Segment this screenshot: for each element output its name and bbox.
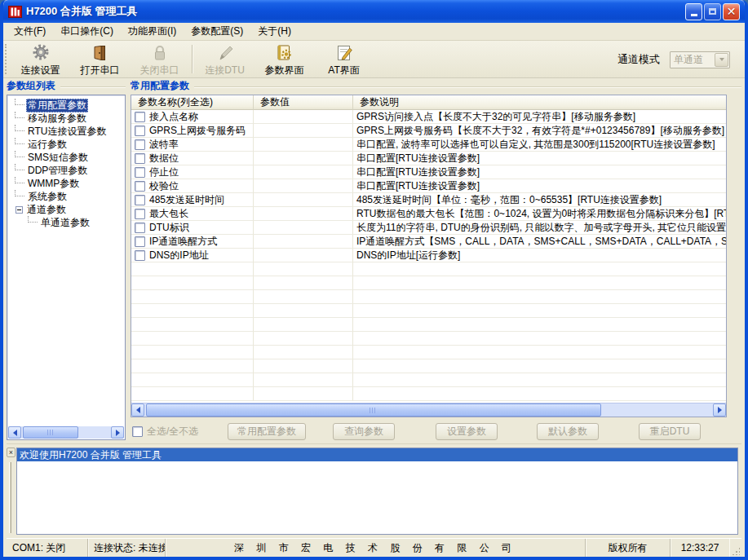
param-name-cell[interactable]: DTU标识 bbox=[131, 221, 254, 235]
tree-horizontal-scrollbar[interactable] bbox=[8, 426, 124, 439]
sidebar-item-2[interactable]: 移动服务参数 bbox=[11, 112, 125, 125]
toolbar-button-6[interactable]: AT界面 bbox=[314, 41, 374, 77]
param-name-cell[interactable] bbox=[131, 304, 254, 318]
param-value-cell[interactable] bbox=[254, 138, 353, 152]
row-checkbox[interactable] bbox=[135, 167, 145, 178]
param-value-cell[interactable] bbox=[254, 207, 353, 221]
row-checkbox[interactable] bbox=[135, 223, 145, 233]
param-value-cell[interactable] bbox=[254, 221, 353, 235]
collapse-minus-icon[interactable] bbox=[15, 206, 23, 214]
sidebar-item-7[interactable]: WMMP参数 bbox=[11, 177, 125, 190]
param-name-cell[interactable] bbox=[131, 387, 254, 401]
column-header-desc[interactable]: 参数说明 bbox=[353, 95, 726, 110]
param-name-cell[interactable] bbox=[131, 318, 254, 332]
column-header-value[interactable]: 参数值 bbox=[254, 95, 353, 110]
toolbar-button-5[interactable]: 参数界面 bbox=[254, 41, 314, 77]
param-value-cell[interactable] bbox=[254, 179, 353, 193]
param-name-cell[interactable] bbox=[131, 332, 254, 346]
param-name-cell[interactable]: 最大包长 bbox=[131, 207, 254, 221]
row-checkbox[interactable] bbox=[135, 236, 145, 247]
action-button-5[interactable]: 重启DTU bbox=[639, 423, 701, 440]
param-value-cell[interactable] bbox=[254, 304, 353, 318]
sidebar-item-9[interactable]: 通道参数 bbox=[11, 203, 125, 216]
resize-grip[interactable] bbox=[729, 539, 741, 557]
param-value-cell[interactable] bbox=[254, 249, 353, 262]
sidebar-item-8[interactable]: 系统参数 bbox=[11, 190, 125, 203]
row-checkbox[interactable] bbox=[135, 139, 145, 150]
row-checkbox[interactable] bbox=[135, 126, 145, 136]
scroll-left-icon[interactable] bbox=[131, 403, 144, 417]
sidebar-item-3[interactable]: RTU连接设置参数 bbox=[11, 125, 125, 138]
param-value-cell[interactable] bbox=[254, 262, 353, 276]
param-desc: 长度为11的字符串, DTU的身份识别码, 只能以数字、加号或字母开头, 其它位… bbox=[356, 221, 726, 235]
menu-item-4[interactable]: 关于(H) bbox=[250, 22, 299, 41]
param-value-cell[interactable] bbox=[254, 290, 353, 304]
param-name: 校验位 bbox=[149, 179, 179, 193]
scroll-right-icon[interactable] bbox=[713, 403, 726, 417]
menu-item-1[interactable]: 串口操作(C) bbox=[53, 22, 121, 41]
menu-item-2[interactable]: 功能界面(I) bbox=[121, 22, 184, 41]
param-name-cell[interactable] bbox=[131, 373, 254, 387]
menu-item-0[interactable]: 文件(F) bbox=[7, 22, 53, 41]
action-button-3[interactable]: 设置参数 bbox=[436, 423, 498, 440]
param-name-cell[interactable] bbox=[131, 359, 254, 373]
menu-item-3[interactable]: 参数配置(S) bbox=[184, 22, 250, 41]
row-checkbox[interactable] bbox=[135, 209, 145, 219]
row-checkbox[interactable] bbox=[135, 181, 145, 192]
row-checkbox[interactable] bbox=[135, 250, 145, 261]
param-value-cell[interactable] bbox=[254, 346, 353, 359]
param-value-cell[interactable] bbox=[254, 235, 353, 249]
sidebar-item-5[interactable]: SMS短信参数 bbox=[11, 151, 125, 164]
param-value-cell[interactable] bbox=[254, 152, 353, 165]
maximize-button[interactable] bbox=[704, 3, 721, 20]
param-value-cell[interactable] bbox=[254, 124, 353, 138]
param-value-cell[interactable] bbox=[254, 359, 353, 373]
select-all-checkbox[interactable] bbox=[132, 426, 143, 437]
param-name-cell[interactable]: 停止位 bbox=[131, 165, 254, 179]
param-value-cell[interactable] bbox=[254, 387, 353, 401]
param-name-cell[interactable]: 485发送延时时间 bbox=[131, 193, 254, 207]
param-value-cell[interactable] bbox=[254, 373, 353, 387]
sidebar-item-6[interactable]: DDP管理参数 bbox=[11, 164, 125, 177]
toolbar-button-2[interactable]: 打开串口 bbox=[70, 41, 130, 77]
scroll-left-icon[interactable] bbox=[8, 426, 21, 439]
channel-mode-select[interactable]: 单通道 bbox=[670, 51, 730, 68]
param-name-cell[interactable] bbox=[131, 290, 254, 304]
param-value-cell[interactable] bbox=[254, 165, 353, 179]
param-desc: IP通道唤醒方式【SMS，CALL，DATA，SMS+CALL，SMS+DATA… bbox=[356, 235, 726, 249]
row-checkbox[interactable] bbox=[135, 112, 145, 122]
param-value-cell[interactable] bbox=[254, 318, 353, 332]
row-checkbox[interactable] bbox=[135, 153, 145, 164]
action-button-1[interactable]: 常用配置参数 bbox=[228, 423, 306, 440]
param-name-cell[interactable]: 接入点名称 bbox=[131, 110, 254, 124]
table-horizontal-scrollbar[interactable] bbox=[131, 403, 726, 417]
sidebar-subitem-1[interactable]: 单通道参数 bbox=[11, 216, 125, 229]
param-value-cell[interactable] bbox=[254, 276, 353, 290]
log-close-button[interactable]: × bbox=[7, 448, 15, 457]
param-name-cell[interactable]: 数据位 bbox=[131, 152, 254, 165]
param-name-cell[interactable] bbox=[131, 262, 254, 276]
param-name-cell[interactable] bbox=[131, 346, 254, 359]
param-name-cell[interactable]: 校验位 bbox=[131, 179, 254, 193]
param-value-cell[interactable] bbox=[254, 193, 353, 207]
log-panel-grip[interactable] bbox=[9, 462, 11, 533]
sidebar-item-1[interactable]: 常用配置参数 bbox=[11, 99, 125, 112]
minimize-button[interactable] bbox=[685, 3, 702, 20]
action-button-4[interactable]: 默认参数 bbox=[537, 423, 599, 440]
scroll-right-icon[interactable] bbox=[111, 426, 124, 439]
param-value-cell[interactable] bbox=[254, 332, 353, 346]
toolbar-button-1[interactable]: 连接设置 bbox=[11, 41, 70, 77]
sidebar-item-4[interactable]: 运行参数 bbox=[11, 138, 125, 151]
param-value-cell[interactable] bbox=[254, 110, 353, 124]
close-button[interactable]: ✕ bbox=[723, 3, 740, 20]
column-header-name[interactable]: 参数名称(列全选) bbox=[131, 95, 254, 110]
log-list-item[interactable]: 欢迎使用H7200 合并版 管理工具 bbox=[17, 448, 737, 461]
param-name-cell[interactable]: DNS的IP地址 bbox=[131, 249, 254, 262]
param-name-cell[interactable]: 波特率 bbox=[131, 138, 254, 152]
param-name-cell[interactable]: GPRS上网拨号服务码 bbox=[131, 124, 254, 138]
action-button-2[interactable]: 查询参数 bbox=[333, 423, 395, 440]
param-name-cell[interactable]: IP通道唤醒方式 bbox=[131, 235, 254, 249]
param-name-cell[interactable] bbox=[131, 276, 254, 290]
table-row bbox=[131, 262, 726, 276]
row-checkbox[interactable] bbox=[135, 195, 145, 205]
